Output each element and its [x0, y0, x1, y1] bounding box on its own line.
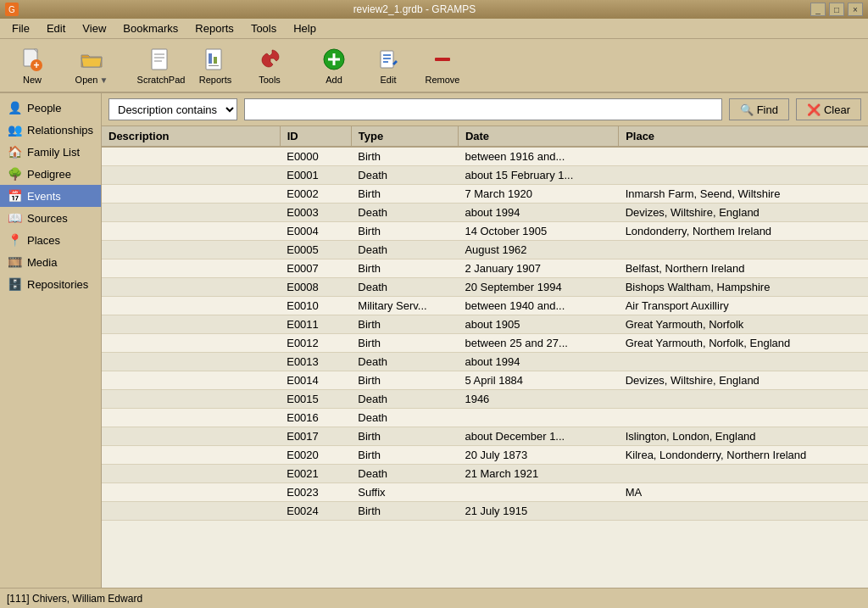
open-icon: [78, 46, 105, 73]
menu-edit[interactable]: Edit: [38, 20, 74, 36]
col-place[interactable]: Place: [619, 126, 868, 147]
table-row[interactable]: E0003 Death about 1994 Devizes, Wiltshir…: [102, 204, 868, 222]
cell-place: [619, 465, 868, 483]
cell-type: Birth: [351, 222, 458, 241]
cell-description: [102, 315, 280, 334]
filter-input[interactable]: [244, 98, 722, 120]
sidebar-item-sources[interactable]: 📖 Sources: [0, 207, 101, 229]
col-description[interactable]: Description: [102, 126, 280, 147]
table-row[interactable]: E0002 Birth 7 March 1920 Inmarsh Farm, S…: [102, 185, 868, 204]
cell-date: about 1905: [458, 315, 618, 334]
new-icon: +: [19, 46, 46, 73]
table-row[interactable]: E0011 Birth about 1905 Great Yarmouth, N…: [102, 315, 868, 334]
table-row[interactable]: E0007 Birth 2 January 1907 Belfast, Nort…: [102, 259, 868, 278]
cell-date: about December 1...: [458, 427, 618, 446]
sidebar-item-family-list[interactable]: 🏠 Family List: [0, 141, 101, 163]
cell-description: [102, 427, 280, 446]
cell-place: [619, 353, 868, 371]
menu-reports[interactable]: Reports: [186, 20, 242, 36]
filter-bar: Description contains ID Type Date Place …: [102, 93, 868, 126]
events-table-container[interactable]: Description ID Type Date Place E0000 Bir…: [102, 126, 868, 588]
cell-place: Air Transport Auxilliry: [619, 297, 868, 315]
table-row[interactable]: E0010 Military Serv... between 1940 and.…: [102, 297, 868, 315]
col-type[interactable]: Type: [351, 126, 458, 147]
cell-description: [102, 502, 280, 521]
cell-description: [102, 185, 280, 204]
open-dropdown-arrow: ▼: [100, 75, 108, 85]
sidebar-item-places[interactable]: 📍 Places: [0, 229, 101, 251]
menu-tools[interactable]: Tools: [242, 20, 285, 36]
cell-date: 20 July 1873: [458, 446, 618, 465]
clear-button[interactable]: ❌ Clear: [796, 98, 861, 120]
new-button[interactable]: + New: [7, 42, 58, 89]
toolbar-separator-2: [298, 42, 305, 89]
events-icon: 📅: [7, 189, 22, 203]
close-button[interactable]: ×: [848, 3, 863, 16]
app-icon: G: [5, 3, 19, 16]
cell-date: [458, 483, 618, 502]
cell-description: [102, 241, 280, 259]
table-row[interactable]: E0016 Death: [102, 409, 868, 427]
sidebar-item-pedigree[interactable]: 🌳 Pedigree: [0, 163, 101, 185]
col-id[interactable]: ID: [280, 126, 351, 147]
cell-date: 21 July 1915: [458, 502, 618, 521]
menu-view[interactable]: View: [74, 20, 114, 36]
sidebar-item-events[interactable]: 📅 Events: [0, 185, 101, 207]
reports-button[interactable]: Reports: [190, 42, 241, 89]
scratchpad-button[interactable]: ScratchPad: [136, 42, 186, 89]
cell-place: [619, 166, 868, 185]
menu-help[interactable]: Help: [285, 20, 325, 36]
tools-button[interactable]: Tools: [244, 42, 295, 89]
table-row[interactable]: E0015 Death 1946: [102, 390, 868, 409]
remove-button[interactable]: Remove: [417, 42, 468, 89]
table-row[interactable]: E0008 Death 20 September 1994 Bishops Wa…: [102, 278, 868, 297]
cell-place: Belfast, Northern Ireland: [619, 259, 868, 278]
people-icon: 👤: [7, 101, 22, 114]
table-row[interactable]: E0000 Birth between 1916 and...: [102, 147, 868, 166]
cell-place: [619, 147, 868, 166]
table-row[interactable]: E0021 Death 21 March 1921: [102, 465, 868, 483]
table-row[interactable]: E0005 Death August 1962: [102, 241, 868, 259]
table-row[interactable]: E0013 Death about 1994: [102, 353, 868, 371]
table-row[interactable]: E0023 Suffix MA: [102, 483, 868, 502]
open-button[interactable]: Open ▼: [61, 42, 122, 89]
menubar: File Edit View Bookmarks Reports Tools H…: [0, 19, 868, 39]
table-row[interactable]: E0024 Birth 21 July 1915: [102, 502, 868, 521]
col-date[interactable]: Date: [458, 126, 618, 147]
menu-bookmarks[interactable]: Bookmarks: [114, 20, 186, 36]
cell-id: E0005: [280, 241, 351, 259]
edit-button[interactable]: Edit: [363, 42, 414, 89]
filter-dropdown[interactable]: Description contains ID Type Date Place: [108, 98, 237, 120]
toolbar-separator-1: [125, 42, 132, 89]
table-row[interactable]: E0001 Death about 15 February 1...: [102, 166, 868, 185]
find-button[interactable]: 🔍 Find: [729, 98, 789, 120]
svg-rect-16: [381, 51, 393, 68]
statusbar: [111] Chivers, William Edward: [0, 588, 868, 608]
cell-description: [102, 278, 280, 297]
table-row[interactable]: E0012 Birth between 25 and 27... Great Y…: [102, 334, 868, 353]
maximize-button[interactable]: □: [829, 3, 844, 16]
sidebar-item-repositories[interactable]: 🗄️ Repositories: [0, 273, 101, 295]
table-row[interactable]: E0014 Birth 5 April 1884 Devizes, Wiltsh…: [102, 371, 868, 390]
svg-text:+: +: [33, 59, 39, 71]
table-row[interactable]: E0017 Birth about December 1... Islingto…: [102, 427, 868, 446]
sidebar: 👤 People 👥 Relationships 🏠 Family List 🌳…: [0, 93, 102, 588]
cell-place: Bishops Waltham, Hampshire: [619, 278, 868, 297]
table-row[interactable]: E0004 Birth 14 October 1905 Londonderry,…: [102, 222, 868, 241]
sidebar-item-relationships[interactable]: 👥 Relationships: [0, 119, 101, 141]
cell-id: E0001: [280, 166, 351, 185]
sidebar-label-events: Events: [27, 190, 61, 203]
cell-id: E0023: [280, 483, 351, 502]
window-title: review2_1.grdb - GRAMPS: [19, 3, 810, 15]
add-button[interactable]: Add: [309, 42, 359, 89]
cell-place: Kilrea, Londonderry, Northern Ireland: [619, 446, 868, 465]
cell-id: E0021: [280, 465, 351, 483]
sidebar-item-media[interactable]: 🎞️ Media: [0, 251, 101, 273]
toolbar: + New Open ▼ ScratchPad: [0, 39, 868, 93]
sidebar-label-pedigree: Pedigree: [27, 168, 71, 181]
minimize-button[interactable]: _: [810, 3, 826, 16]
cell-type: Death: [351, 390, 458, 409]
sidebar-item-people[interactable]: 👤 People: [0, 97, 101, 119]
menu-file[interactable]: File: [3, 20, 38, 36]
table-row[interactable]: E0020 Birth 20 July 1873 Kilrea, Londond…: [102, 446, 868, 465]
